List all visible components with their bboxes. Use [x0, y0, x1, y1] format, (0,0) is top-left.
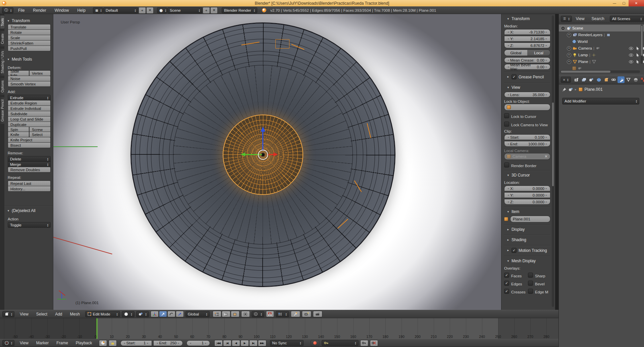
limit-selection-visible-button[interactable] — [241, 311, 250, 317]
vertex-select-button[interactable] — [213, 311, 221, 317]
visibility-eye-icon[interactable] — [629, 60, 633, 63]
auto-keyframe-record-button[interactable] — [311, 340, 319, 346]
render-engine-dropdown[interactable]: Blender Render — [222, 7, 257, 13]
median-y-field[interactable]: Y:2.14185 — [504, 36, 550, 42]
snap-toggle-button[interactable] — [266, 311, 274, 317]
outliner-item-plane[interactable]: + Plane| — [559, 58, 644, 65]
tool-shelf-tab[interactable]: Tools — [0, 16, 4, 29]
translate-manipulator-button[interactable] — [159, 311, 167, 317]
tab-modifiers[interactable] — [618, 76, 625, 83]
outliner-scrollbar[interactable] — [641, 25, 643, 64]
outliner-item-camera[interactable]: + Camera| — [559, 45, 644, 52]
tool-button[interactable]: Loop Cut and Slide — [8, 116, 51, 122]
editor-type-dropdown[interactable]: ⓘ — [2, 7, 13, 13]
mean-bevel-field[interactable]: Mean Bevel Wei:0.00 — [504, 64, 550, 70]
proportional-edit-dropdown[interactable] — [252, 311, 264, 317]
3d-cursor-header[interactable]: 3D Cursor — [504, 171, 550, 179]
transform-manipulator[interactable] — [130, 22, 395, 287]
delete-keyframe-button[interactable] — [370, 340, 378, 346]
frame-end-field[interactable]: End:250 — [153, 340, 183, 346]
expand-icon[interactable]: + — [567, 46, 571, 51]
selectability-cursor-icon[interactable] — [636, 47, 639, 50]
tool-button[interactable]: Extrude Region — [8, 100, 51, 106]
knife-select-button[interactable]: Select — [29, 132, 51, 137]
outliner-menu-item[interactable]: Search — [588, 16, 608, 21]
manipulator-center-circle[interactable] — [258, 150, 268, 160]
tool-button[interactable]: Translate — [8, 24, 51, 30]
motion-tracking-checkbox[interactable] — [512, 248, 517, 253]
transform-panel-header[interactable]: Transform — [4, 17, 53, 24]
tab-constraints[interactable] — [610, 76, 617, 83]
edges-checkbox[interactable] — [504, 281, 509, 286]
tool-button[interactable]: Smooth Vertex — [8, 81, 51, 87]
outliner-menu-item[interactable]: View — [573, 16, 588, 21]
tool-button[interactable]: Noise — [8, 76, 51, 81]
tab-material[interactable] — [632, 76, 639, 83]
screen-layout-name[interactable]: Default — [103, 7, 138, 13]
transform-header[interactable]: Transform — [504, 15, 550, 22]
mesh-tools-panel-header[interactable]: Mesh Tools — [4, 55, 53, 63]
collapse-icon[interactable]: − — [561, 26, 565, 30]
clip-start-field[interactable]: Start:0.100 — [504, 134, 550, 140]
remove-doubles-button[interactable]: Remove Doubles — [8, 167, 51, 172]
cursor-y-field[interactable]: Y:0.0000 — [504, 192, 550, 198]
timeline-menu-item[interactable]: View — [16, 341, 32, 345]
properties-editor-type-dropdown[interactable]: ≡ — [561, 77, 571, 83]
motion-tracking-header[interactable]: Motion Tracking — [504, 246, 550, 254]
render-border-checkbox[interactable] — [504, 162, 509, 167]
render-opengl-button[interactable] — [302, 311, 311, 317]
playback-realtime-icon-button[interactable] — [99, 340, 107, 346]
action-toggle-dropdown[interactable]: Toggle — [8, 222, 51, 228]
current-frame-field[interactable]: 1 — [186, 340, 210, 346]
visibility-eye-icon[interactable] — [629, 54, 633, 57]
cursor-z-field[interactable]: Z:0.0000 — [504, 199, 550, 205]
visibility-eye-icon[interactable] — [629, 47, 633, 50]
menu-item[interactable]: Render — [29, 8, 50, 13]
insert-keyframe-button[interactable] — [360, 340, 368, 346]
manipulator-toggle-button[interactable] — [151, 311, 159, 317]
knife-button[interactable]: Knife — [8, 132, 29, 137]
mesh-display-header[interactable]: Mesh Display — [504, 257, 550, 264]
local-toggle[interactable]: Local — [527, 50, 550, 56]
display-header[interactable]: Display — [504, 225, 550, 233]
v3d-menu-item[interactable]: Add — [51, 312, 66, 317]
play-reverse-button[interactable]: ◀ — [232, 340, 240, 346]
jump-to-end-button[interactable]: ▶▶| — [258, 340, 266, 346]
expand-icon[interactable]: + — [567, 60, 571, 64]
v3d-menu-item[interactable]: Mesh — [66, 312, 84, 317]
wheel-mesh[interactable] — [130, 22, 395, 287]
npanel-scrollbar[interactable] — [552, 15, 554, 307]
viewport-shading-dropdown[interactable] — [122, 311, 135, 317]
scene-name[interactable]: Scene — [167, 7, 202, 13]
lens-field[interactable]: Lens:35.000 — [504, 92, 550, 97]
bevel-checkbox[interactable] — [528, 281, 533, 286]
pin-icon[interactable] — [562, 87, 567, 92]
snap-element-dropdown[interactable] — [276, 311, 289, 317]
timeline-menu-item[interactable]: Marker — [33, 341, 52, 345]
delete-layout-button[interactable]: ✕ — [146, 7, 154, 14]
render-animation-button[interactable] — [313, 311, 322, 317]
tool-button[interactable]: Rotate — [8, 29, 51, 35]
tool-shelf-tab[interactable]: Grease Pencil — [0, 97, 4, 124]
v3d-menu-item[interactable]: View — [16, 312, 32, 317]
lock-camera-checkbox[interactable] — [504, 122, 509, 127]
tab-object-data[interactable] — [625, 76, 632, 83]
tool-button[interactable]: Extrude Individual — [8, 106, 51, 111]
menu-item[interactable]: Help — [73, 8, 90, 13]
timeline-menu-item[interactable]: Frame — [53, 341, 72, 345]
v3d-menu-item[interactable]: Select — [33, 312, 51, 317]
tool-button[interactable]: History... — [8, 186, 51, 192]
add-modifier-dropdown[interactable]: Add Modifier — [562, 98, 639, 105]
play-button[interactable]: ▶ — [240, 340, 249, 346]
selectability-cursor-icon[interactable] — [636, 53, 639, 57]
previous-keyframe-button[interactable]: |◀ — [223, 340, 231, 346]
jump-to-start-button[interactable]: |◀◀ — [214, 340, 223, 346]
sharp-checkbox[interactable] — [528, 273, 533, 278]
grease-pencil-checkbox[interactable] — [512, 74, 517, 79]
add-layout-button[interactable]: + — [139, 7, 146, 14]
global-toggle[interactable]: Global — [504, 50, 527, 56]
screen-layout-icon-dropdown[interactable]: ▦ — [93, 7, 103, 13]
tool-button[interactable]: Bisect — [8, 142, 51, 148]
deselect-all-panel-header[interactable]: (De)select All — [4, 207, 53, 214]
tab-render-layers[interactable] — [581, 76, 588, 83]
